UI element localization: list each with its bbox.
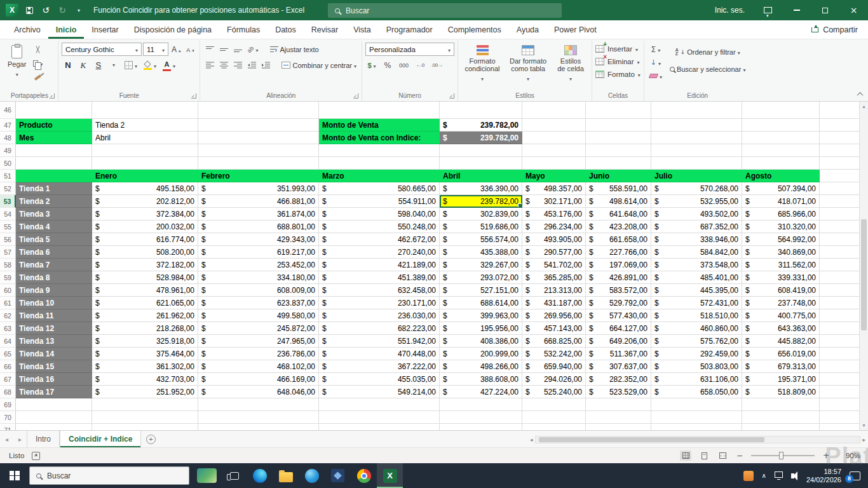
amount-cell[interactable]: $451.389,00 (319, 271, 440, 284)
sheet-tab-intro[interactable]: Intro (27, 431, 60, 447)
grid-filler[interactable] (820, 271, 859, 284)
amount-cell[interactable]: $302.171,00 (522, 195, 586, 208)
amount-cell[interactable]: $580.665,00 (319, 182, 440, 195)
amount-cell[interactable]: $245.872,00 (198, 322, 319, 335)
amount-cell[interactable]: $296.234,00 (522, 220, 586, 233)
amount-cell[interactable]: $656.019,00 (742, 348, 820, 360)
store-name-cell[interactable]: Tienda 11 (16, 309, 92, 322)
grid-cell[interactable] (586, 398, 651, 411)
amount-cell[interactable]: $400.775,00 (742, 309, 820, 322)
amount-cell[interactable]: $269.956,00 (522, 309, 586, 322)
grid-cell[interactable] (198, 132, 319, 144)
font-size-select[interactable]: 11 (143, 43, 168, 56)
amount-cell[interactable]: $338.946,00 (651, 233, 742, 246)
widgets-button[interactable] (197, 468, 217, 483)
store-name-cell[interactable]: Tienda 9 (16, 284, 92, 297)
amount-cell[interactable]: $230.171,00 (319, 297, 440, 309)
amount-cell[interactable]: $365.285,00 (522, 271, 586, 284)
add-sheet-button[interactable]: + (141, 431, 160, 447)
amount-cell[interactable]: $375.464,00 (92, 348, 198, 360)
grid-cell[interactable] (742, 424, 820, 430)
amount-cell[interactable]: $455.035,00 (319, 373, 440, 386)
amount-cell[interactable]: $339.331,00 (742, 271, 820, 284)
grid-cell[interactable] (92, 144, 198, 157)
grid-cell[interactable] (198, 144, 319, 157)
amount-cell[interactable]: $361.874,00 (198, 208, 319, 220)
amount-cell[interactable]: $518.510,00 (651, 309, 742, 322)
amount-cell[interactable]: $532.242,00 (522, 348, 586, 360)
alignment-dialog-launcher[interactable] (353, 93, 358, 98)
taskbar-edge-button[interactable] (247, 463, 273, 488)
amount-cell[interactable]: $685.966,00 (742, 208, 820, 220)
accounting-format-button[interactable] (365, 58, 378, 72)
tab-revisar[interactable]: Revisar (304, 20, 346, 39)
month-header[interactable]: Febrero (198, 170, 319, 182)
format-as-table-button[interactable]: Dar formato como tabla (506, 43, 550, 85)
amount-cell[interactable]: $282.352,00 (586, 373, 651, 386)
grid-filler[interactable] (820, 119, 859, 132)
month-header-corner[interactable] (16, 170, 92, 182)
amount-cell[interactable]: $421.189,00 (319, 259, 440, 271)
grid-cell[interactable] (651, 424, 742, 430)
amount-cell[interactable]: $247.965,00 (198, 335, 319, 348)
amount-cell[interactable]: $429.343,00 (198, 233, 319, 246)
titlebar-search-input[interactable]: Buscar (328, 3, 562, 18)
paste-button[interactable]: Pegar (4, 43, 29, 80)
orientation-button[interactable] (245, 43, 260, 56)
amount-cell[interactable]: $460.860,00 (651, 322, 742, 335)
number-dialog-launcher[interactable] (449, 93, 454, 98)
amount-cell[interactable]: $236.030,00 (319, 309, 440, 322)
amount-cell[interactable]: $373.548,00 (651, 259, 742, 271)
amount-cell[interactable]: $632.458,00 (319, 284, 440, 297)
grid-filler[interactable] (820, 386, 859, 398)
amount-cell[interactable]: $351.993,00 (198, 182, 319, 195)
page-break-view-button[interactable] (717, 451, 728, 461)
amount-cell[interactable]: $631.106,00 (651, 373, 742, 386)
tab-vista[interactable]: Vista (346, 20, 379, 39)
store-name-cell[interactable]: Tienda 7 (16, 259, 92, 271)
amount-cell[interactable]: $310.320,00 (742, 220, 820, 233)
amount-cell[interactable]: $302.839,00 (440, 208, 522, 220)
share-button[interactable]: Compartir (811, 20, 858, 39)
row-number[interactable]: 60 (0, 284, 16, 297)
amount-cell[interactable]: $511.367,00 (586, 348, 651, 360)
row-number[interactable]: 57 (0, 246, 16, 259)
network-icon[interactable] (775, 471, 783, 478)
scroll-down-button[interactable]: ▾ (862, 423, 865, 428)
tray-expand-button[interactable]: ∧ (762, 472, 766, 479)
amount-cell[interactable]: $426.891,00 (586, 271, 651, 284)
amount-cell[interactable]: $290.577,00 (522, 246, 586, 259)
amount-cell[interactable]: $470.448,00 (319, 348, 440, 360)
amount-cell[interactable]: $457.143,00 (522, 322, 586, 335)
taskbar-app-dark-button[interactable] (325, 463, 351, 488)
row-number[interactable]: 48 (0, 132, 16, 144)
hscroll-right-button[interactable]: ▸ (862, 437, 865, 443)
amount-cell[interactable]: $388.608,00 (440, 373, 522, 386)
grid-cell[interactable] (586, 424, 651, 430)
grid-filler[interactable] (820, 132, 859, 144)
normal-view-button[interactable] (680, 451, 691, 461)
amount-cell[interactable]: $643.363,00 (742, 322, 820, 335)
amount-cell[interactable]: $572.431,00 (651, 297, 742, 309)
grid-cell[interactable] (319, 424, 440, 430)
summary-sales-label[interactable]: Monto de Venta (319, 119, 440, 132)
conditional-formatting-button[interactable]: Formato condicional (461, 43, 503, 85)
vertical-scrollbar[interactable]: ▴ ▾ (859, 102, 868, 430)
amount-cell[interactable]: $564.992,00 (742, 233, 820, 246)
find-select-button[interactable]: Buscar y seleccionar (668, 62, 748, 76)
grid-cell[interactable] (742, 157, 820, 170)
amount-cell[interactable]: $334.180,00 (198, 271, 319, 284)
amount-cell[interactable]: $466.881,00 (198, 195, 319, 208)
grid-filler[interactable] (820, 348, 859, 360)
cell-styles-button[interactable]: Estilos de celda (553, 43, 588, 85)
autosum-button[interactable]: Σ (648, 43, 664, 56)
amount-cell[interactable]: $340.869,00 (742, 246, 820, 259)
start-button[interactable] (0, 463, 29, 488)
amount-cell[interactable]: $432.703,00 (92, 373, 198, 386)
amount-cell[interactable]: $523.529,00 (586, 386, 651, 398)
align-middle-button[interactable] (217, 43, 230, 56)
format-cells-button[interactable]: Formato (595, 68, 641, 81)
excel-logo-icon[interactable]: X (6, 4, 18, 17)
amount-cell[interactable]: $659.940,00 (522, 360, 586, 373)
month-header[interactable]: Abril (440, 170, 522, 182)
